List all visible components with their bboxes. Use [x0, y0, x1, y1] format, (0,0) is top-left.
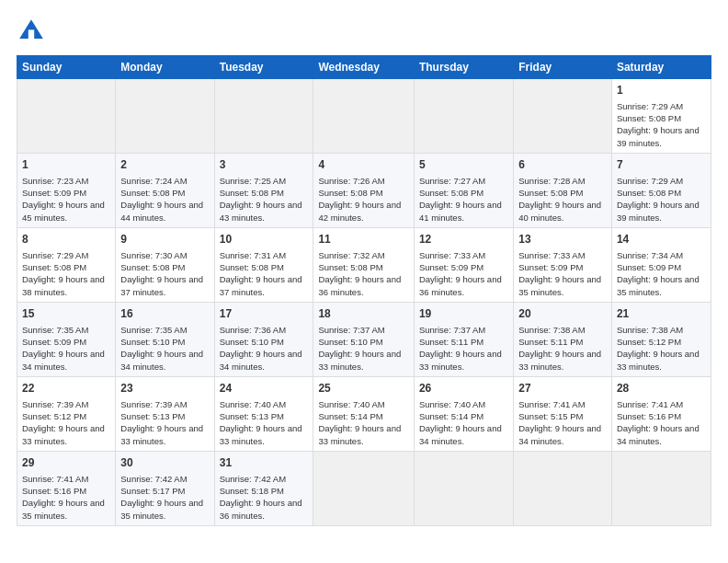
sunrise: Sunrise: 7:29 AM — [617, 101, 683, 111]
sunrise: Sunrise: 7:29 AM — [22, 250, 88, 260]
calendar-header: SundayMondayTuesdayWednesdayThursdayFrid… — [17, 56, 711, 79]
calendar-day — [514, 79, 612, 154]
sunrise: Sunrise: 7:33 AM — [518, 250, 585, 260]
sunset: Sunset: 5:09 PM — [22, 188, 86, 198]
sunrise: Sunrise: 7:42 AM — [120, 474, 187, 484]
calendar-week-5: 29Sunrise: 7:41 AMSunset: 5:16 PMDayligh… — [17, 451, 711, 525]
daylight-label: Daylight: 9 hours and 33 minutes. — [318, 349, 401, 371]
sunrise: Sunrise: 7:41 AM — [617, 399, 683, 409]
sunrise: Sunrise: 7:38 AM — [518, 325, 585, 335]
calendar-day: 15Sunrise: 7:35 AMSunset: 5:09 PMDayligh… — [17, 302, 116, 376]
calendar-day — [514, 451, 612, 525]
sunset: Sunset: 5:10 PM — [318, 337, 382, 347]
svg-rect-1 — [28, 29, 34, 39]
sunset: Sunset: 5:11 PM — [419, 337, 483, 347]
day-number: 19 — [419, 306, 508, 322]
calendar-day — [414, 79, 513, 154]
daylight-label: Daylight: 9 hours and 39 minutes. — [617, 200, 700, 222]
daylight-label: Daylight: 9 hours and 36 minutes. — [318, 274, 401, 296]
sunset: Sunset: 5:09 PM — [419, 262, 483, 272]
sunset: Sunset: 5:18 PM — [220, 486, 284, 496]
daylight-label: Daylight: 9 hours and 45 minutes. — [22, 200, 105, 222]
daylight-label: Daylight: 9 hours and 33 minutes. — [120, 423, 203, 445]
calendar-day: 10Sunrise: 7:31 AMSunset: 5:08 PMDayligh… — [214, 227, 313, 302]
sunrise: Sunrise: 7:23 AM — [22, 176, 88, 186]
sunrise: Sunrise: 7:36 AM — [220, 325, 286, 335]
calendar-day: 12Sunrise: 7:33 AMSunset: 5:09 PMDayligh… — [414, 227, 513, 302]
calendar-day: 13Sunrise: 7:33 AMSunset: 5:09 PMDayligh… — [514, 227, 612, 302]
day-header-saturday: Saturday — [611, 56, 711, 79]
calendar-day: 6Sunrise: 7:28 AMSunset: 5:08 PMDaylight… — [514, 153, 612, 227]
sunrise: Sunrise: 7:34 AM — [617, 250, 683, 260]
daylight-label: Daylight: 9 hours and 36 minutes. — [419, 274, 502, 296]
calendar-day: 18Sunrise: 7:37 AMSunset: 5:10 PMDayligh… — [313, 302, 415, 376]
sunrise: Sunrise: 7:39 AM — [120, 399, 187, 409]
calendar-week-4: 22Sunrise: 7:39 AMSunset: 5:12 PMDayligh… — [17, 376, 711, 451]
day-number: 5 — [419, 157, 508, 173]
day-number: 31 — [220, 455, 309, 471]
calendar-day: 21Sunrise: 7:38 AMSunset: 5:12 PMDayligh… — [611, 302, 711, 376]
day-number: 20 — [518, 306, 607, 322]
day-header-friday: Friday — [514, 56, 612, 79]
day-number: 11 — [318, 232, 409, 247]
sunrise: Sunrise: 7:25 AM — [220, 176, 286, 186]
calendar-day: 28Sunrise: 7:41 AMSunset: 5:16 PMDayligh… — [611, 376, 711, 451]
day-number: 24 — [220, 381, 309, 396]
day-header-monday: Monday — [116, 56, 214, 79]
daylight-label: Daylight: 9 hours and 34 minutes. — [617, 423, 700, 445]
day-number: 28 — [617, 381, 706, 396]
sunrise: Sunrise: 7:29 AM — [617, 176, 683, 186]
day-header-thursday: Thursday — [414, 56, 513, 79]
day-number: 16 — [120, 306, 209, 322]
sunrise: Sunrise: 7:26 AM — [318, 176, 384, 186]
logo-icon — [17, 17, 46, 46]
sunrise: Sunrise: 7:41 AM — [22, 474, 88, 484]
daylight-label: Daylight: 9 hours and 35 minutes. — [120, 498, 203, 520]
day-number: 6 — [518, 157, 607, 173]
daylight-label: Daylight: 9 hours and 33 minutes. — [318, 423, 401, 445]
sunset: Sunset: 5:13 PM — [220, 411, 284, 421]
header-row: SundayMondayTuesdayWednesdayThursdayFrid… — [17, 56, 711, 79]
calendar-day: 30Sunrise: 7:42 AMSunset: 5:17 PMDayligh… — [116, 451, 214, 525]
sunset: Sunset: 5:08 PM — [617, 113, 681, 123]
day-number: 21 — [617, 306, 706, 322]
calendar-day: 29Sunrise: 7:41 AMSunset: 5:16 PMDayligh… — [17, 451, 116, 525]
sunset: Sunset: 5:11 PM — [518, 337, 583, 347]
day-number: 12 — [419, 232, 508, 247]
day-number: 3 — [220, 157, 309, 173]
sunset: Sunset: 5:10 PM — [120, 337, 185, 347]
calendar-week-2: 8Sunrise: 7:29 AMSunset: 5:08 PMDaylight… — [17, 227, 711, 302]
calendar-table: SundayMondayTuesdayWednesdayThursdayFrid… — [17, 55, 711, 526]
sunrise: Sunrise: 7:40 AM — [419, 399, 485, 409]
calendar-day: 20Sunrise: 7:38 AMSunset: 5:11 PMDayligh… — [514, 302, 612, 376]
sunset: Sunset: 5:16 PM — [617, 411, 681, 421]
sunset: Sunset: 5:14 PM — [318, 411, 382, 421]
daylight-label: Daylight: 9 hours and 44 minutes. — [120, 200, 203, 222]
calendar-body: 1Sunrise: 7:29 AMSunset: 5:08 PMDaylight… — [17, 79, 711, 526]
daylight-label: Daylight: 9 hours and 42 minutes. — [318, 200, 401, 222]
day-number: 4 — [318, 157, 409, 173]
sunrise: Sunrise: 7:27 AM — [419, 176, 485, 186]
day-number: 17 — [220, 306, 309, 322]
sunset: Sunset: 5:10 PM — [220, 337, 284, 347]
sunrise: Sunrise: 7:33 AM — [419, 250, 485, 260]
sunrise: Sunrise: 7:42 AM — [220, 474, 286, 484]
calendar-day: 25Sunrise: 7:40 AMSunset: 5:14 PMDayligh… — [313, 376, 415, 451]
day-number: 27 — [518, 381, 607, 396]
day-number: 29 — [22, 455, 110, 471]
daylight-label: Daylight: 9 hours and 33 minutes. — [419, 349, 502, 371]
calendar-day: 8Sunrise: 7:29 AMSunset: 5:08 PMDaylight… — [17, 227, 116, 302]
daylight-label: Daylight: 9 hours and 34 minutes. — [120, 349, 203, 371]
calendar-day — [214, 79, 313, 154]
calendar-day: 19Sunrise: 7:37 AMSunset: 5:11 PMDayligh… — [414, 302, 513, 376]
daylight-label: Daylight: 9 hours and 34 minutes. — [518, 423, 601, 445]
calendar-day — [313, 451, 415, 525]
calendar-day: 1Sunrise: 7:23 AMSunset: 5:09 PMDaylight… — [17, 153, 116, 227]
sunset: Sunset: 5:08 PM — [120, 262, 185, 272]
day-number: 13 — [518, 232, 607, 247]
day-number: 14 — [617, 232, 706, 247]
sunrise: Sunrise: 7:35 AM — [120, 325, 187, 335]
day-number: 26 — [419, 381, 508, 396]
sunset: Sunset: 5:16 PM — [22, 486, 86, 496]
calendar-day — [414, 451, 513, 525]
